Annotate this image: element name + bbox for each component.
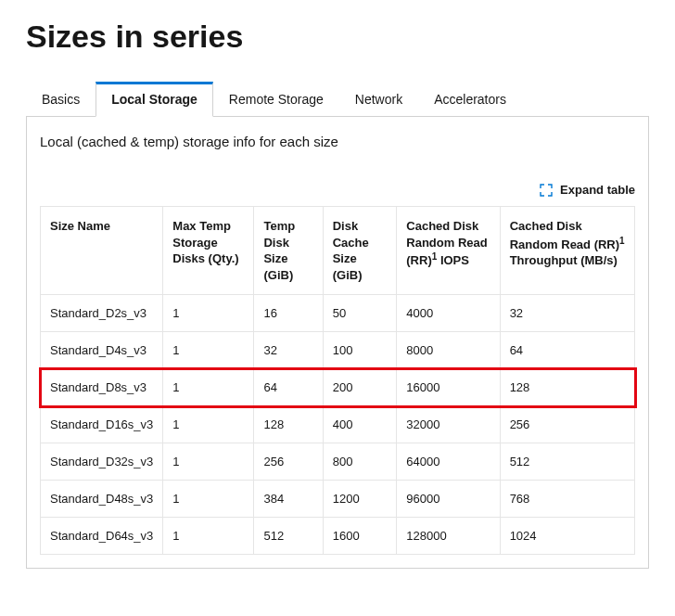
table-row: Standard_D2s_v311650400032 bbox=[41, 295, 635, 332]
cell-tput: 256 bbox=[500, 406, 634, 443]
cell-temp: 32 bbox=[254, 332, 323, 369]
cell-temp: 384 bbox=[254, 481, 323, 518]
panel-description: Local (cached & temp) storage info for e… bbox=[40, 134, 635, 149]
cell-qty: 1 bbox=[163, 518, 254, 555]
tab-basics[interactable]: Basics bbox=[26, 82, 96, 117]
cell-iops: 128000 bbox=[397, 518, 500, 555]
expand-table-label: Expand table bbox=[560, 183, 635, 197]
tab-accelerators[interactable]: Accelerators bbox=[418, 82, 522, 117]
table-row: Standard_D16s_v3112840032000256 bbox=[41, 406, 635, 443]
cell-name: Standard_D64s_v3 bbox=[41, 518, 163, 555]
cell-name: Standard_D8s_v3 bbox=[41, 369, 163, 406]
tabs: BasicsLocal StorageRemote StorageNetwork… bbox=[26, 81, 649, 117]
table-header-row: Size Name Max Temp Storage Disks (Qty.) … bbox=[41, 207, 635, 295]
cell-name: Standard_D4s_v3 bbox=[41, 332, 163, 369]
col-cached-iops: Cached Disk Random Read (RR)1 IOPS bbox=[397, 207, 500, 295]
cell-qty: 1 bbox=[163, 443, 254, 481]
cell-iops: 4000 bbox=[397, 295, 500, 332]
col-disk-cache-size: Disk Cache Size (GiB) bbox=[323, 207, 397, 295]
table-row: Standard_D4s_v3132100800064 bbox=[41, 332, 635, 369]
cell-iops: 64000 bbox=[397, 443, 500, 481]
page-title: Sizes in series bbox=[26, 19, 649, 55]
sizes-table: Size Name Max Temp Storage Disks (Qty.) … bbox=[40, 206, 635, 555]
cell-name: Standard_D2s_v3 bbox=[41, 295, 163, 332]
table-row: Standard_D8s_v316420016000128 bbox=[41, 369, 635, 406]
cell-tput: 1024 bbox=[500, 518, 634, 555]
cell-name: Standard_D16s_v3 bbox=[41, 406, 163, 443]
table-row: Standard_D32s_v3125680064000512 bbox=[41, 443, 635, 481]
cell-iops: 32000 bbox=[397, 406, 500, 443]
cell-cache: 1200 bbox=[323, 481, 397, 518]
tab-network[interactable]: Network bbox=[339, 82, 418, 117]
cell-tput: 64 bbox=[500, 332, 634, 369]
cell-cache: 100 bbox=[323, 332, 397, 369]
cell-iops: 8000 bbox=[397, 332, 500, 369]
cell-qty: 1 bbox=[163, 332, 254, 369]
cell-iops: 16000 bbox=[397, 369, 500, 406]
cell-cache: 800 bbox=[323, 443, 397, 481]
cell-name: Standard_D32s_v3 bbox=[41, 443, 163, 481]
cell-cache: 400 bbox=[323, 406, 397, 443]
col-max-temp-disks: Max Temp Storage Disks (Qty.) bbox=[163, 207, 254, 295]
cell-temp: 64 bbox=[254, 369, 323, 406]
cell-qty: 1 bbox=[163, 406, 254, 443]
expand-icon bbox=[540, 184, 553, 197]
cell-cache: 200 bbox=[323, 369, 397, 406]
cell-temp: 16 bbox=[254, 295, 323, 332]
cell-name: Standard_D48s_v3 bbox=[41, 481, 163, 518]
cell-tput: 128 bbox=[500, 369, 634, 406]
cell-cache: 1600 bbox=[323, 518, 397, 555]
cell-cache: 50 bbox=[323, 295, 397, 332]
table-row: Standard_D64s_v3151216001280001024 bbox=[41, 518, 635, 555]
cell-tput: 512 bbox=[500, 443, 634, 481]
col-cached-throughput: Cached Disk Random Read (RR)1 Throughput… bbox=[500, 207, 634, 295]
tab-panel-local-storage: Local (cached & temp) storage info for e… bbox=[26, 117, 649, 569]
cell-temp: 512 bbox=[254, 518, 323, 555]
cell-qty: 1 bbox=[163, 295, 254, 332]
col-temp-disk-size: Temp Disk Size (GiB) bbox=[254, 207, 323, 295]
cell-iops: 96000 bbox=[397, 481, 500, 518]
table-row: Standard_D48s_v31384120096000768 bbox=[41, 481, 635, 518]
cell-tput: 768 bbox=[500, 481, 634, 518]
tab-remote-storage[interactable]: Remote Storage bbox=[213, 82, 339, 117]
cell-tput: 32 bbox=[500, 295, 634, 332]
cell-qty: 1 bbox=[163, 369, 254, 406]
expand-table-button[interactable]: Expand table bbox=[40, 183, 635, 197]
col-size-name: Size Name bbox=[41, 207, 163, 295]
cell-temp: 128 bbox=[254, 406, 323, 443]
cell-qty: 1 bbox=[163, 481, 254, 518]
cell-temp: 256 bbox=[254, 443, 323, 481]
tab-local-storage[interactable]: Local Storage bbox=[96, 82, 213, 117]
